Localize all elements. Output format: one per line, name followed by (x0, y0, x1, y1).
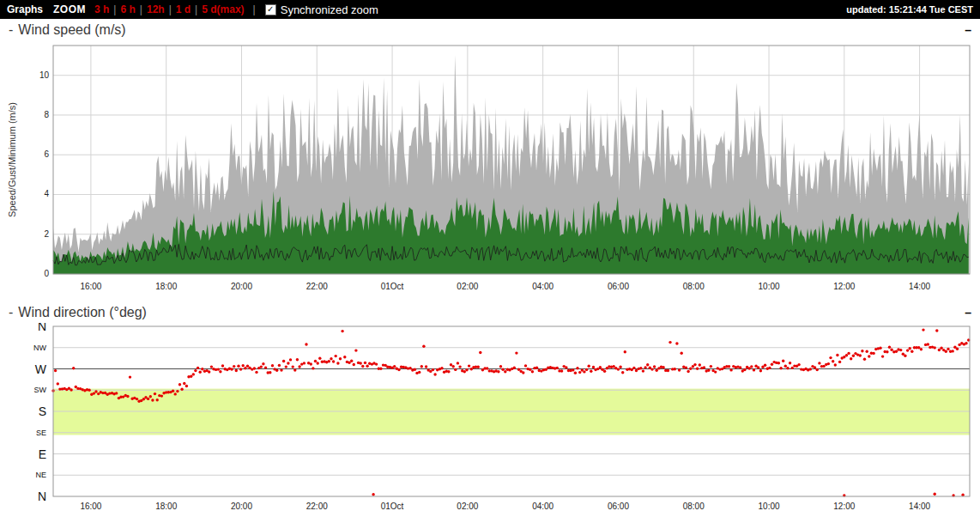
collapse-toggle-icon[interactable]: - (9, 22, 13, 38)
separator: | (113, 3, 116, 15)
separator: | (169, 3, 172, 15)
wind-direction-title: Wind direction (°deg) (18, 305, 147, 320)
svg-text:8: 8 (44, 110, 49, 119)
top-toolbar: Graphs ZOOM 3 h|6 h|12h|1 d|5 d(max) | ✓… (0, 0, 980, 19)
svg-text:04:00: 04:00 (532, 282, 554, 291)
synchronized-zoom-checkbox[interactable]: ✓ (265, 4, 276, 15)
wind-direction-chart[interactable]: NNWWSWSSEENEN16:0018:0020:0022:0001Oct02… (3, 323, 977, 515)
wind-speed-chart-canvas[interactable]: 024681016:0018:0020:0022:0001Oct02:0004:… (3, 40, 977, 301)
svg-text:02:00: 02:00 (457, 282, 478, 291)
svg-text:14:00: 14:00 (909, 502, 930, 511)
svg-text:22:00: 22:00 (306, 282, 328, 291)
updated-timestamp: updated: 15:21:44 Tue CEST (846, 4, 973, 15)
svg-text:2: 2 (44, 229, 49, 239)
zoom-label: ZOOM (53, 3, 86, 15)
wind-direction-section-header: - Wind direction (°deg) – (0, 301, 980, 323)
svg-text:02:00: 02:00 (457, 502, 478, 511)
separator: | (195, 3, 197, 15)
app-title: Graphs (7, 3, 43, 15)
svg-text:20:00: 20:00 (231, 502, 252, 511)
svg-text:NW: NW (33, 344, 46, 352)
wind-speed-section-header: - Wind speed (m/s) – (0, 19, 980, 40)
svg-text:18:00: 18:00 (155, 282, 177, 291)
svg-text:22:00: 22:00 (306, 502, 328, 511)
svg-text:16:00: 16:00 (80, 282, 101, 291)
svg-text:14:00: 14:00 (909, 282, 930, 291)
zoom-option-12h[interactable]: 12h (147, 3, 165, 15)
svg-text:6: 6 (44, 149, 49, 159)
svg-text:Speed/Gust/Minimum (m/s): Speed/Gust/Minimum (m/s) (7, 102, 17, 217)
wind-direction-chart-canvas[interactable]: NNWWSWSSEENEN16:0018:0020:0022:0001Oct02… (3, 323, 977, 515)
svg-text:N: N (38, 490, 46, 503)
svg-text:04:00: 04:00 (532, 502, 554, 511)
svg-text:E: E (39, 447, 46, 461)
svg-text:20:00: 20:00 (231, 282, 252, 291)
svg-text:SW: SW (34, 386, 47, 394)
zoom-option-5dmax[interactable]: 5 d(max) (202, 3, 244, 15)
svg-text:06:00: 06:00 (608, 282, 629, 291)
separator: | (253, 3, 256, 15)
svg-text:10: 10 (39, 70, 50, 80)
wind-speed-chart[interactable]: 024681016:0018:0020:0022:0001Oct02:0004:… (3, 40, 977, 301)
collapse-toggle-icon[interactable]: - (9, 305, 13, 320)
svg-text:16:00: 16:00 (80, 502, 101, 511)
wind-speed-title: Wind speed (m/s) (18, 22, 125, 38)
zoom-option-6h[interactable]: 6 h (120, 3, 135, 15)
zoom-option-3h[interactable]: 3 h (94, 3, 109, 15)
svg-text:06:00: 06:00 (608, 502, 629, 511)
svg-text:01Oct: 01Oct (381, 282, 404, 291)
svg-text:S: S (39, 404, 46, 418)
svg-text:10:00: 10:00 (759, 502, 780, 511)
svg-text:01Oct: 01Oct (381, 502, 404, 511)
svg-text:08:00: 08:00 (683, 282, 705, 291)
svg-text:12:00: 12:00 (833, 282, 855, 291)
svg-text:N: N (38, 323, 46, 333)
zoom-option-1d[interactable]: 1 d (176, 3, 191, 15)
synchronized-zoom-label: Synchronized zoom (281, 3, 378, 16)
zoom-options: 3 h|6 h|12h|1 d|5 d(max) (91, 3, 248, 15)
separator: | (140, 3, 142, 15)
svg-text:12:00: 12:00 (833, 502, 855, 511)
svg-text:18:00: 18:00 (155, 502, 177, 511)
svg-text:W: W (35, 362, 47, 376)
svg-text:0: 0 (44, 269, 49, 278)
svg-text:NE: NE (35, 471, 46, 479)
svg-text:SE: SE (36, 429, 46, 437)
svg-text:08:00: 08:00 (683, 502, 705, 511)
minimize-icon[interactable]: – (965, 306, 971, 319)
svg-text:10:00: 10:00 (759, 282, 780, 291)
minimize-icon[interactable]: – (965, 23, 971, 37)
svg-text:4: 4 (44, 189, 49, 198)
